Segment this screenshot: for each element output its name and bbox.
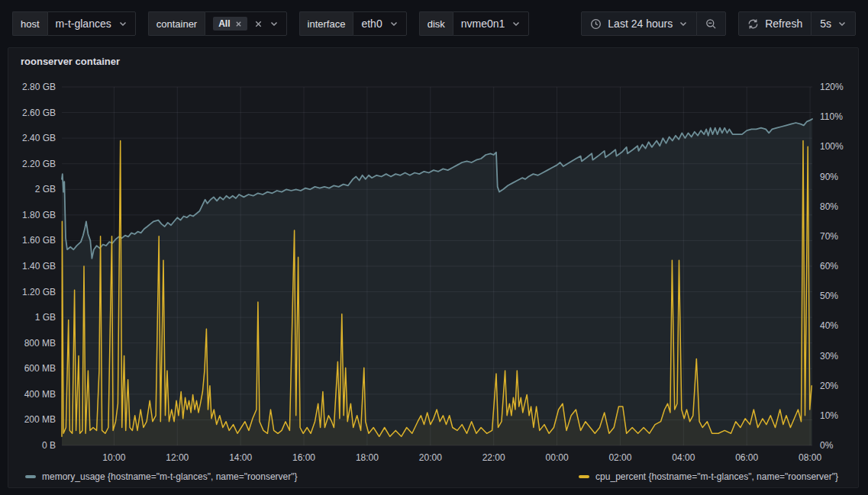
svg-text:22:00: 22:00: [482, 452, 505, 463]
chevron-down-icon: [837, 19, 847, 28]
svg-text:08:00: 08:00: [799, 452, 821, 463]
chevron-down-icon: [679, 19, 688, 28]
svg-text:110%: 110%: [820, 111, 843, 122]
svg-text:04:00: 04:00: [672, 452, 695, 463]
svg-text:70%: 70%: [820, 231, 838, 242]
variable-disk-label: disk: [419, 11, 453, 36]
chart-svg[interactable]: 2.80 GB2.60 GB2.40 GB2.20 GB2 GB1.80 GB1…: [8, 77, 858, 466]
svg-text:200 MB: 200 MB: [24, 414, 56, 425]
svg-text:1.40 GB: 1.40 GB: [22, 261, 56, 272]
clear-selection-icon[interactable]: [254, 20, 263, 28]
svg-text:0 B: 0 B: [42, 440, 56, 451]
refresh-icon: [747, 18, 759, 30]
svg-text:1.20 GB: 1.20 GB: [22, 287, 56, 297]
svg-text:10:00: 10:00: [102, 452, 125, 463]
svg-text:1.80 GB: 1.80 GB: [22, 210, 56, 220]
panel-roonserver-container: roonserver container 2.80 GB2.60 GB2.40 …: [8, 47, 859, 488]
selected-tag-all-text: All: [218, 18, 230, 29]
refresh-button[interactable]: Refresh: [738, 11, 812, 36]
svg-text:40%: 40%: [820, 320, 838, 331]
variable-container-picker[interactable]: All: [205, 11, 286, 36]
svg-text:02:00: 02:00: [608, 452, 631, 463]
cpu-series-swatch: [579, 475, 589, 478]
svg-text:1.60 GB: 1.60 GB: [22, 235, 56, 246]
variable-container: container All: [148, 11, 287, 36]
chart-legend: memory_usage {hostname="m-t-glances", na…: [8, 471, 858, 482]
legend-label-cpu: cpu_percent {hostname="m-t-glances", nam…: [595, 471, 838, 482]
svg-text:10%: 10%: [820, 410, 838, 421]
svg-text:80%: 80%: [820, 201, 838, 212]
svg-text:06:00: 06:00: [735, 452, 758, 463]
svg-text:50%: 50%: [820, 291, 838, 301]
svg-text:2 GB: 2 GB: [35, 184, 56, 194]
remove-tag-icon[interactable]: [235, 21, 242, 27]
variable-host: host m-t-glances: [12, 11, 136, 36]
svg-text:400 MB: 400 MB: [24, 389, 56, 400]
memory-series-swatch: [25, 475, 36, 478]
svg-text:60%: 60%: [820, 261, 838, 272]
refresh-interval-value: 5s: [820, 18, 831, 30]
refresh-interval-picker[interactable]: 5s: [811, 11, 856, 36]
variable-disk-value: nvme0n1: [461, 18, 505, 30]
legend-item-cpu[interactable]: cpu_percent {hostname="m-t-glances", nam…: [579, 471, 838, 482]
svg-text:600 MB: 600 MB: [24, 363, 56, 374]
chevron-down-icon: [389, 19, 399, 28]
svg-text:14:00: 14:00: [229, 452, 252, 463]
variable-interface-label: interface: [299, 11, 353, 36]
chevron-down-icon: [511, 19, 521, 28]
zoom-out-time-button[interactable]: [696, 11, 726, 36]
chevron-down-icon: [118, 19, 127, 28]
svg-text:2.80 GB: 2.80 GB: [22, 82, 56, 92]
svg-text:00:00: 00:00: [546, 452, 569, 463]
magnifier-minus-icon: [705, 18, 717, 30]
svg-text:1 GB: 1 GB: [35, 312, 56, 323]
variable-host-picker[interactable]: m-t-glances: [47, 11, 136, 36]
time-controls: Last 24 hours: [581, 11, 726, 36]
panel-title[interactable]: roonserver container: [21, 56, 120, 67]
dashboard-controls: host m-t-glances container All i: [0, 0, 868, 47]
clock-icon: [590, 18, 602, 30]
variable-container-label: container: [148, 11, 205, 36]
time-range-picker[interactable]: Last 24 hours: [581, 11, 697, 36]
svg-text:12:00: 12:00: [166, 452, 189, 463]
svg-text:120%: 120%: [820, 82, 844, 92]
svg-text:90%: 90%: [820, 172, 838, 182]
svg-text:30%: 30%: [820, 351, 838, 362]
svg-text:2.20 GB: 2.20 GB: [22, 159, 56, 169]
svg-text:2.60 GB: 2.60 GB: [22, 108, 56, 118]
svg-text:18:00: 18:00: [356, 452, 379, 463]
chevron-down-icon[interactable]: [269, 19, 279, 28]
legend-label-memory: memory_usage {hostname="m-t-glances", na…: [42, 471, 298, 482]
svg-text:20:00: 20:00: [419, 452, 442, 463]
refresh-controls: Refresh 5s: [738, 11, 856, 36]
svg-text:2.40 GB: 2.40 GB: [22, 133, 56, 143]
svg-text:20%: 20%: [820, 381, 838, 391]
svg-text:800 MB: 800 MB: [24, 338, 56, 349]
variable-disk: disk nvme0n1: [419, 11, 530, 36]
selected-tag-all[interactable]: All: [213, 17, 247, 31]
variable-host-label: host: [12, 11, 47, 36]
variable-interface-picker[interactable]: eth0: [353, 11, 406, 36]
variable-disk-picker[interactable]: nvme0n1: [453, 11, 530, 36]
svg-text:0%: 0%: [820, 440, 834, 451]
svg-text:16:00: 16:00: [292, 452, 315, 463]
variable-host-value: m-t-glances: [56, 18, 111, 30]
legend-item-memory[interactable]: memory_usage {hostname="m-t-glances", na…: [25, 471, 298, 482]
variable-interface-value: eth0: [361, 18, 382, 30]
variable-interface: interface eth0: [299, 11, 407, 36]
svg-text:100%: 100%: [820, 141, 844, 152]
refresh-label: Refresh: [765, 18, 802, 30]
time-range-label: Last 24 hours: [608, 18, 673, 30]
